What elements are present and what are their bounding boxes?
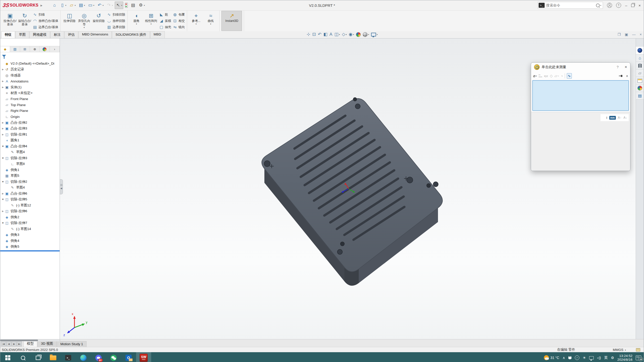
dropdown-icon[interactable]: ▾ (558, 75, 559, 77)
notification-center-icon[interactable]: 16 (636, 355, 641, 360)
tree-expand-icon[interactable]: ▶ (1, 121, 5, 124)
tree-item[interactable]: ▶▣凸台-拉伸2 (0, 120, 60, 126)
reference-geometry-button[interactable]: ⌖参考...▾ (189, 11, 203, 31)
help-icon[interactable]: ? (616, 3, 621, 8)
sheet-nav-0[interactable]: |◀ (1, 341, 6, 346)
taskbar-wechat-icon[interactable] (106, 352, 121, 362)
measure-dialog-titlebar[interactable]: 单击此处来测量 ? × (531, 63, 630, 72)
tab-标注[interactable]: 标注 (50, 31, 64, 38)
measurement-chart-button[interactable]: ∿ (567, 73, 572, 79)
tree-expand-icon[interactable]: ▶ (1, 210, 5, 212)
doc-cascade-icon[interactable]: ▣ (625, 32, 628, 36)
loft-button[interactable]: ◠放样凸台/基体 (33, 18, 58, 24)
tab-特征[interactable]: 特征 (1, 31, 15, 38)
point-to-point-button[interactable]: ◇ (550, 74, 553, 78)
restore-button[interactable] (631, 4, 634, 7)
design-library-button[interactable] (636, 62, 644, 69)
mirror-button[interactable]: ⇋镜向 (173, 24, 185, 30)
marketplace-button[interactable] (636, 47, 644, 54)
measure-selection-box[interactable] (532, 80, 629, 111)
brightness-icon[interactable]: ☀ (583, 356, 586, 360)
print-button[interactable]: ▭▾ (87, 2, 95, 9)
doc-close-icon[interactable]: × (640, 32, 642, 36)
units-precision-button[interactable]: inmm (539, 74, 542, 78)
taskbar-start-icon[interactable] (0, 352, 15, 362)
view-orientation-button[interactable]: ◫▾ (334, 32, 340, 37)
curves-button[interactable]: ≈曲线▾ (204, 11, 218, 31)
taskbar-task-view-icon[interactable] (30, 352, 46, 362)
units-dropdown-icon[interactable]: ▴ (625, 349, 626, 351)
tree-item[interactable]: ◈倒角3 (0, 232, 60, 238)
dropdown-icon[interactable]: ▾ (121, 4, 122, 7)
tree-item[interactable]: ∟草图8 (0, 161, 60, 167)
tree-expand-icon[interactable]: ▼ (1, 222, 5, 224)
dropdown-icon[interactable]: ▾ (536, 75, 537, 77)
tree-expand-icon[interactable]: ▼ (1, 198, 5, 201)
dropdown-icon[interactable]: ▾ (103, 4, 104, 7)
boss-extrude-button[interactable]: ▣拉伸凸台/基体 (3, 11, 17, 31)
tree-item[interactable]: ▼◫切除-拉伸3 (0, 155, 60, 161)
tree-expand-icon[interactable]: ▼ (1, 157, 5, 159)
previous-view-button[interactable]: ↶ (318, 32, 321, 37)
taskbar-terminal-icon[interactable]: >_ (61, 352, 76, 362)
tree-item[interactable]: ▱Right Plane (0, 108, 60, 114)
ime-indicator[interactable]: 英 (604, 355, 608, 360)
tab-MBD[interactable]: MBD (150, 31, 165, 38)
dropdown-icon[interactable]: ▾ (339, 33, 340, 36)
tree-horizontal-scrollbar[interactable] (0, 339, 60, 341)
user-account-icon[interactable] (607, 3, 612, 8)
tree-expand-icon[interactable]: ▶ (1, 127, 5, 130)
tab-SOLIDWORKS 插件[interactable]: SOLIDWORKS 插件 (112, 31, 150, 38)
units-selector[interactable]: MMGS (613, 348, 623, 352)
collapse-icon[interactable]: ∧ (626, 74, 628, 78)
revolve-cut-button[interactable]: ↺旋转切除 (92, 11, 106, 31)
tree-item[interactable]: ▦草图5 (0, 173, 60, 179)
pin-icon[interactable] (619, 74, 622, 78)
font-increase-icon[interactable]: A↑ (618, 116, 622, 119)
dropdown-icon[interactable]: ▾ (112, 4, 113, 7)
dropdown-icon[interactable]: ▾ (84, 4, 85, 7)
fillet-button[interactable]: ◖圆角▾ (129, 11, 143, 31)
edit-appearance-button[interactable] (356, 32, 361, 37)
tree-item[interactable]: ✎(-) 草图14 (0, 226, 60, 232)
tree-item[interactable]: ▶◫切除-拉伸6 (0, 208, 60, 214)
rib-button[interactable]: ◣筋 (159, 12, 171, 18)
tree-item[interactable]: ≡材质 <未指定> (0, 90, 60, 96)
tree-expand-icon[interactable]: ▶ (1, 192, 5, 195)
filter-funnel-icon[interactable] (2, 55, 6, 57)
doc-minimize-icon[interactable]: — (632, 32, 636, 36)
loft-cut-button[interactable]: ◡放样切除 (107, 18, 125, 24)
sweep-cut-button[interactable]: ∿扫描切除 (107, 12, 125, 18)
close-button[interactable]: × (638, 3, 641, 8)
network-monitor-icon[interactable] (589, 356, 594, 359)
dropdown-icon[interactable]: ▾ (353, 33, 354, 36)
dropdown-icon[interactable]: ▾ (150, 23, 151, 25)
zoom-area-button[interactable]: ⊡ (312, 32, 316, 37)
view-palette-button[interactable] (636, 77, 644, 84)
tree-expand-icon[interactable]: ▼ (1, 180, 5, 183)
measure-help-icon[interactable]: ? (617, 65, 619, 69)
instant3d-button[interactable]: ↗Instant3D (221, 11, 242, 31)
panel-tab-configurationmanager[interactable]: ⊞ (20, 46, 30, 52)
rollback-bar[interactable] (0, 250, 60, 251)
doc-restore-icon[interactable]: ❐ (618, 32, 621, 36)
dropdown-icon[interactable]: ▾ (65, 4, 66, 7)
zoom-fit-button[interactable]: ⊹ (307, 32, 310, 37)
tab-MBD Dimensions[interactable]: MBD Dimensions (78, 31, 112, 38)
dropdown-icon[interactable]: ▾ (84, 26, 85, 29)
tree-item[interactable]: ▶▣凸台-拉伸6 (0, 191, 60, 197)
projected-on-button[interactable]: ▱▾ (554, 74, 559, 78)
intersect-button[interactable]: ⊡相交 (173, 18, 185, 24)
sheet-nav-1[interactable]: ◀ (6, 341, 11, 346)
clock-widget[interactable]: 13:24:522024/8/16 (617, 354, 632, 361)
chevron-up-icon[interactable]: ∧ (562, 356, 565, 360)
panel-tab-dimxpertmanager[interactable]: ⊕ (30, 46, 40, 52)
tree-item[interactable]: ✎草图4 (0, 149, 60, 155)
select-button[interactable]: ↖▾ (115, 2, 123, 9)
tree-item[interactable]: ▼◫切除-拉伸7 (0, 220, 60, 226)
tree-root-item[interactable]: ◆V2.0 (Default) <<Default>_Di (0, 61, 60, 67)
tree-item[interactable]: ▶◫切除-拉伸1 (0, 131, 60, 138)
tree-item[interactable]: ◖圆角1 (0, 138, 60, 144)
dropdown-icon[interactable]: ▾ (195, 23, 196, 25)
taskbar-edge-icon[interactable] (76, 352, 91, 362)
